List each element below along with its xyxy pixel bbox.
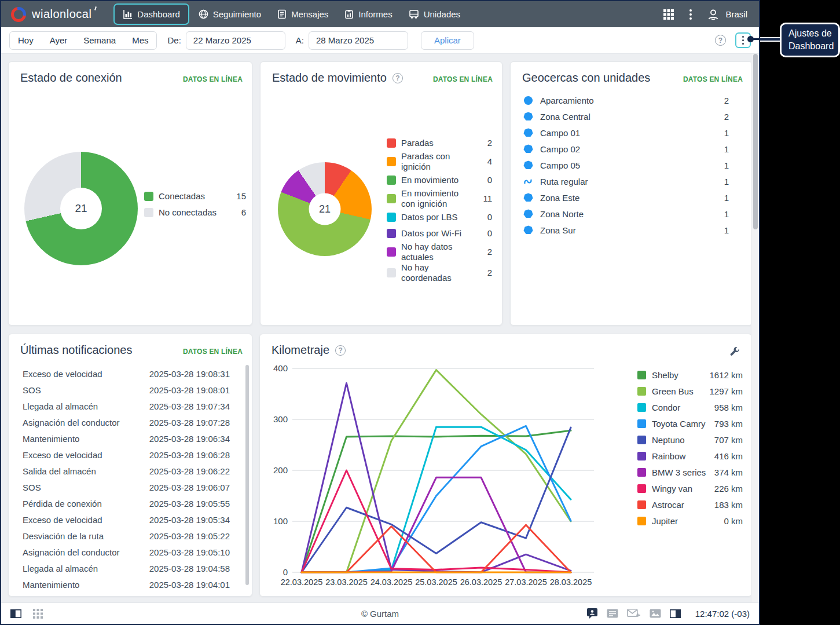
- to-date-input[interactable]: [309, 31, 408, 50]
- legend-value: 0: [484, 228, 492, 239]
- geofence-row[interactable]: Campo 02 1: [523, 141, 729, 157]
- notification-time: 2025-03-28 19:04:01: [149, 580, 230, 590]
- geofence-row[interactable]: Campo 01 1: [523, 125, 729, 141]
- date-preset-button[interactable]: Hoy: [10, 32, 42, 49]
- series-swatch: [637, 403, 646, 412]
- notifications-scrollbar[interactable]: [245, 365, 249, 585]
- date-preset-button[interactable]: Ayer: [42, 32, 76, 49]
- tab-seguimiento[interactable]: Seguimiento: [192, 1, 268, 27]
- mileage-legend-row[interactable]: BMW 3 series 374 km: [637, 464, 743, 480]
- notification-label: Mantenimiento: [23, 580, 79, 590]
- series-name: Green Bus: [652, 386, 694, 396]
- help-icon[interactable]: ?: [715, 35, 726, 46]
- geofence-row[interactable]: Ruta regular 1: [523, 173, 729, 189]
- online-data-badge: DATOS EN LÍNEA: [433, 75, 493, 83]
- notification-row[interactable]: Mantenimiento 2025-03-28 19:06:34: [23, 430, 230, 447]
- card-movement-state: Estado de movimiento ? DATOS EN LÍNEA 21…: [260, 61, 502, 326]
- user-name: Brasil: [725, 9, 747, 19]
- connection-donut-chart: 21: [24, 152, 138, 265]
- series-swatch: [637, 468, 646, 477]
- geofence-label: Zona Norte: [540, 209, 584, 219]
- notification-row[interactable]: Mantenimiento 2025-03-28 19:04:01: [23, 576, 230, 593]
- notification-row[interactable]: Exceso de velocidad 2025-03-28 19:08:31: [23, 366, 230, 382]
- notification-row[interactable]: Exceso de velocidad 2025-03-28 19:05:34: [23, 511, 230, 528]
- date-preset-button[interactable]: Mes: [124, 32, 156, 49]
- notification-row[interactable]: Llegada al almacén 2025-03-28 19:04:58: [23, 560, 230, 576]
- notification-time: 2025-03-28 19:05:22: [149, 531, 230, 541]
- tab-dashboard[interactable]: Dashboard: [113, 3, 189, 25]
- notification-time: 2025-03-28 19:06:28: [149, 450, 230, 460]
- mileage-legend-row[interactable]: Neptuno 707 km: [637, 432, 743, 448]
- notification-time: 2025-03-28 19:08:31: [149, 369, 230, 379]
- geofence-count: 1: [724, 193, 729, 203]
- scrollbar-thumb[interactable]: [753, 54, 758, 229]
- legend-label: Datos por LBS: [401, 212, 479, 222]
- geofence-row[interactable]: Aparcamiento 2: [523, 92, 729, 108]
- notification-row[interactable]: Exceso de velocidad 2025-03-28 19:06:28: [23, 447, 230, 463]
- tab-mensajes[interactable]: Mensajes: [270, 1, 335, 27]
- legend-value: 4: [484, 156, 492, 167]
- geofence-label: Campo 05: [540, 160, 580, 170]
- more-menu-icon[interactable]: [689, 9, 692, 20]
- help-icon[interactable]: ?: [335, 345, 346, 356]
- mileage-legend-row[interactable]: Jupiter 0 km: [637, 513, 743, 529]
- geofence-row[interactable]: Zona Sur 1: [523, 222, 729, 238]
- date-preset-button[interactable]: Semana: [75, 32, 124, 49]
- series-total: 416 km: [714, 451, 743, 461]
- notification-row[interactable]: SOS 2025-03-28 19:08:01: [23, 382, 230, 398]
- card-title: Estado de movimiento: [272, 71, 387, 85]
- top-navbar: wialonlocal Dashboard Seguimiento: [1, 1, 759, 27]
- svg-text:24.03.2025: 24.03.2025: [371, 578, 413, 587]
- legend-value: 2: [484, 247, 492, 257]
- mileage-legend-row[interactable]: Astrocar 183 km: [637, 496, 743, 513]
- notification-row[interactable]: Desviación de la ruta 2025-03-28 19:05:2…: [23, 528, 230, 544]
- notification-row[interactable]: Asignación del conductor 2025-03-28 19:0…: [23, 414, 230, 430]
- page-scrollbar[interactable]: [751, 54, 759, 602]
- legend-label: En movimiento: [401, 175, 479, 185]
- mileage-legend-row[interactable]: Green Bus 1297 km: [637, 383, 743, 399]
- from-date-input[interactable]: [186, 31, 285, 50]
- notification-time: 2025-03-28 19:05:34: [149, 515, 230, 525]
- series-name: Shelby: [652, 370, 678, 380]
- user-menu[interactable]: Brasil: [707, 8, 747, 21]
- notification-row[interactable]: Salida del almacén 2025-03-28 19:06:22: [23, 463, 230, 479]
- apply-button[interactable]: Aplicar: [421, 31, 474, 50]
- geofence-count: 1: [724, 209, 729, 219]
- wialon-logo-icon: [10, 6, 27, 23]
- series-total: 226 km: [714, 484, 743, 494]
- notification-label: Llegada al almacén: [23, 401, 98, 411]
- filterbar-right: ?: [715, 32, 751, 48]
- geofence-row[interactable]: Campo 05 1: [523, 157, 729, 173]
- copyright: © Gurtam: [1, 609, 759, 619]
- tab-informes[interactable]: Informes: [338, 1, 399, 27]
- bus-icon: [409, 9, 419, 19]
- mileage-legend-row[interactable]: Shelby 1612 km: [637, 367, 743, 383]
- svg-text:400: 400: [273, 363, 288, 373]
- legend-label: No conectadas: [159, 207, 217, 218]
- chart-settings-wrench-icon[interactable]: [730, 347, 740, 357]
- notification-row[interactable]: Llegada al almacén 2025-03-28 19:07:34: [23, 398, 230, 414]
- apps-grid-icon[interactable]: [663, 9, 674, 20]
- geofence-row[interactable]: Zona Central 2: [523, 108, 729, 125]
- series-swatch: [637, 500, 646, 509]
- connection-legend: Conectadas 15 No conectadas 6: [144, 188, 246, 221]
- notification-row[interactable]: Asignación del conductor 2025-03-28 19:0…: [23, 544, 230, 560]
- series-swatch: [637, 436, 646, 444]
- mileage-legend-row[interactable]: Rainbow 416 km: [637, 448, 743, 464]
- notification-row[interactable]: Pérdida de conexión 2025-03-28 19:05:55: [23, 495, 230, 511]
- mileage-legend-row[interactable]: Toyota Camry 793 km: [637, 415, 743, 432]
- legend-row: En movimiento con ignición 11: [387, 188, 492, 209]
- mileage-legend-row[interactable]: Wingy van 226 km: [637, 480, 743, 496]
- geofence-row[interactable]: Zona Este 1: [523, 189, 729, 206]
- donut-total: 21: [60, 188, 102, 229]
- tab-unidades[interactable]: Unidades: [402, 1, 467, 27]
- mileage-legend-row[interactable]: Condor 958 km: [637, 399, 743, 415]
- svg-text:100: 100: [273, 516, 288, 526]
- from-label: De:: [167, 35, 181, 45]
- notification-row[interactable]: SOS 2025-03-28 19:06:07: [23, 479, 230, 495]
- geofence-row[interactable]: Zona Norte 1: [523, 206, 729, 222]
- svg-text:28.03.2025: 28.03.2025: [550, 578, 592, 587]
- help-icon[interactable]: ?: [393, 73, 403, 83]
- legend-swatch: [387, 138, 396, 148]
- series-total: 183 km: [714, 500, 743, 510]
